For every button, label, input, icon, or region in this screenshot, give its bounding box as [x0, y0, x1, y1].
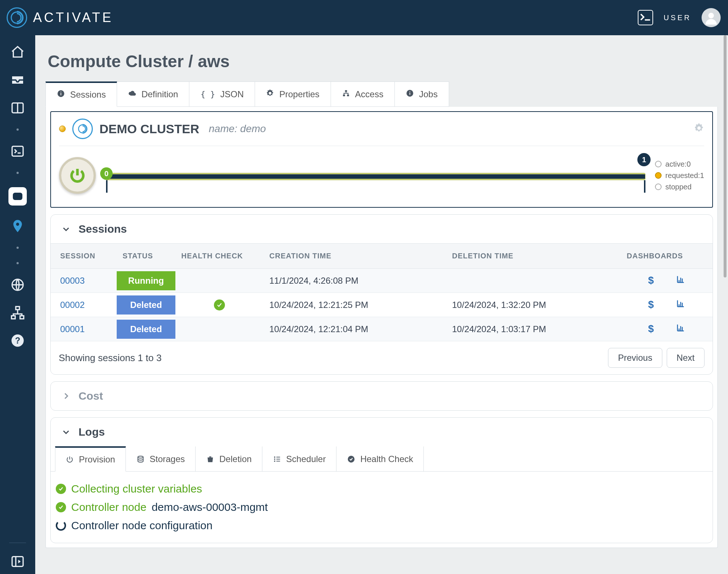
- nav-terminal-icon[interactable]: [10, 144, 25, 159]
- th-health[interactable]: HEALTH CHECK: [175, 244, 263, 269]
- nav-collapse-icon[interactable]: [10, 554, 25, 569]
- svg-rect-7: [11, 316, 15, 319]
- metrics-dashboard-icon[interactable]: [676, 299, 685, 311]
- log-message: Controller node configuration: [71, 519, 212, 532]
- cost-dashboard-icon[interactable]: $: [648, 323, 654, 335]
- tab-label: Deletion: [219, 454, 252, 464]
- th-status[interactable]: STATUS: [117, 244, 175, 269]
- side-nav: ?: [0, 35, 35, 574]
- brand[interactable]: ACTIVATE: [7, 7, 113, 28]
- tab-sessions[interactable]: Sessions: [46, 81, 117, 107]
- cloud-icon: [128, 89, 136, 99]
- terminal-button[interactable]: [638, 10, 653, 25]
- legend-requested-icon: [655, 172, 662, 179]
- legend-label: active:0: [665, 160, 691, 168]
- svg-rect-11: [12, 557, 23, 567]
- table-row: 00002Deleted10/24/2024, 12:21:25 PM10/24…: [51, 293, 713, 317]
- creation-time: 10/24/2024, 12:21:25 PM: [263, 293, 446, 317]
- log-detail: demo-aws-00003-mgmt: [152, 501, 268, 513]
- svg-point-29: [274, 460, 276, 462]
- nav-inbox-icon[interactable]: [10, 73, 25, 87]
- tab-json[interactable]: { } JSON: [189, 81, 255, 107]
- session-link[interactable]: 00001: [60, 324, 85, 334]
- session-link[interactable]: 00003: [60, 276, 85, 286]
- log-tab-storages[interactable]: Storages: [126, 446, 196, 471]
- check-circle-icon: [56, 484, 66, 494]
- logs-toggle[interactable]: Logs: [51, 418, 713, 446]
- table-row: 00003Running11/1/2024, 4:26:08 PM$: [51, 269, 713, 293]
- slider-legend: active:0 requested:1 stopped: [655, 160, 704, 191]
- main-tabstrip: Sessions Definition { } JSON Properties …: [46, 81, 718, 107]
- cost-dashboard-icon[interactable]: $: [648, 299, 654, 311]
- card-title: Logs: [79, 426, 105, 438]
- svg-point-1: [708, 13, 714, 18]
- metrics-dashboard-icon[interactable]: [676, 323, 685, 335]
- th-session[interactable]: SESSION: [51, 244, 117, 269]
- cluster-hero: DEMO CLUSTER name: demo 0 1: [50, 111, 713, 208]
- nav-network-icon[interactable]: [10, 305, 25, 320]
- cluster-settings-button[interactable]: [694, 123, 704, 135]
- svg-rect-31: [276, 459, 280, 459]
- nav-cluster-icon[interactable]: [8, 187, 27, 206]
- tab-label: Storages: [150, 454, 185, 464]
- braces-icon: { }: [200, 90, 215, 99]
- nav-layout-icon[interactable]: [10, 101, 25, 115]
- logs-body: Collecting cluster variablesController n…: [51, 472, 713, 543]
- tab-label: Health Check: [360, 454, 413, 464]
- node-slider[interactable]: 0 1: [105, 171, 645, 180]
- nav-location-icon[interactable]: [10, 219, 25, 233]
- svg-rect-24: [410, 91, 410, 92]
- info-icon: [57, 90, 65, 100]
- svg-rect-19: [346, 92, 346, 94]
- svg-rect-32: [276, 461, 280, 461]
- user-menu[interactable]: USER: [663, 14, 691, 22]
- svg-rect-17: [347, 94, 349, 96]
- log-tab-health[interactable]: Health Check: [336, 446, 424, 471]
- log-tab-deletion[interactable]: Deletion: [196, 446, 262, 471]
- log-tab-scheduler[interactable]: Scheduler: [262, 446, 336, 471]
- status-badge: Deleted: [117, 295, 175, 315]
- slider-handle[interactable]: 1: [637, 153, 651, 166]
- th-deletion[interactable]: DELETION TIME: [446, 244, 621, 269]
- svg-point-28: [274, 458, 276, 460]
- slider-tick: [644, 180, 645, 193]
- tab-label: Scheduler: [286, 454, 326, 464]
- scrollbar[interactable]: [724, 35, 727, 277]
- tab-label: Properties: [279, 89, 319, 99]
- sessions-toggle[interactable]: Sessions: [51, 215, 713, 243]
- nav-help-icon[interactable]: ?: [10, 333, 25, 348]
- tab-access[interactable]: Access: [331, 81, 395, 107]
- creation-time: 11/1/2024, 4:26:08 PM: [263, 269, 446, 293]
- tab-label: Sessions: [70, 90, 106, 100]
- deletion-time: 10/24/2024, 1:32:20 PM: [446, 293, 621, 317]
- gear-icon: [266, 89, 274, 99]
- th-creation[interactable]: CREATION TIME: [263, 244, 446, 269]
- cost-toggle[interactable]: Cost: [51, 382, 713, 410]
- svg-rect-21: [347, 93, 348, 95]
- deletion-time: [446, 269, 621, 293]
- log-tab-provision[interactable]: Provision: [55, 446, 126, 472]
- card-title: Cost: [79, 390, 103, 402]
- svg-point-26: [138, 456, 143, 458]
- tab-definition[interactable]: Definition: [117, 81, 189, 107]
- th-dashboards[interactable]: DASHBOARDS: [621, 244, 713, 269]
- nav-globe-icon[interactable]: [10, 277, 25, 292]
- avatar-icon[interactable]: [702, 8, 721, 27]
- metrics-dashboard-icon[interactable]: [676, 275, 685, 287]
- svg-text:?: ?: [15, 336, 20, 345]
- log-message: Collecting cluster variables: [71, 483, 202, 495]
- tab-properties[interactable]: Properties: [255, 81, 331, 107]
- power-button[interactable]: [59, 157, 96, 194]
- tab-jobs[interactable]: Jobs: [395, 81, 449, 107]
- previous-button[interactable]: Previous: [608, 348, 662, 368]
- tab-label: Access: [355, 89, 383, 99]
- log-line: Collecting cluster variables: [56, 480, 707, 498]
- session-link[interactable]: 00002: [60, 300, 85, 310]
- cost-dashboard-icon[interactable]: $: [648, 275, 654, 287]
- sessions-table: SESSION STATUS HEALTH CHECK CREATION TIM…: [51, 243, 713, 341]
- tab-panel: DEMO CLUSTER name: demo 0 1: [46, 107, 718, 548]
- deletion-time: 10/24/2024, 1:03:17 PM: [446, 317, 621, 341]
- next-button[interactable]: Next: [667, 348, 705, 368]
- nav-home-icon[interactable]: [10, 45, 25, 59]
- table-summary: Showing sessions 1 to 3: [59, 352, 161, 364]
